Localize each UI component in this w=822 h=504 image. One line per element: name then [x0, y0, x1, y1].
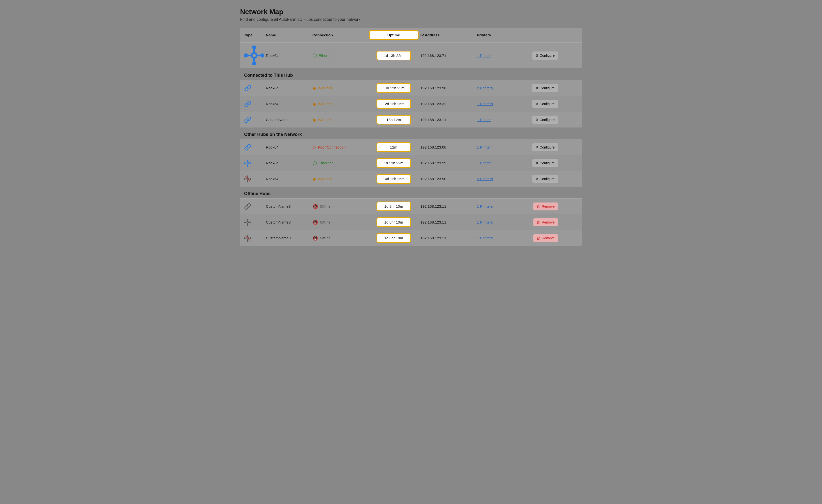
other-row-0-action: ⧉ Configure [519, 143, 558, 151]
other-row-2-connection: ◆ Wireless [313, 176, 367, 182]
main-hub-uptime-cell: 1d 13h 22m [369, 51, 419, 60]
offline-row-0-remove-button[interactable]: 🗑 Remove [533, 202, 558, 210]
type-icon-hub-off-2 [244, 176, 264, 182]
type-icon-offline-hub-1 [244, 219, 264, 226]
offline-row-1-uptime: 1d 8hr 10m [376, 217, 411, 227]
connected-row-1-ip: 192.168.123.32 [421, 102, 475, 106]
other-row-0-connection: ◇ Poor Connection [313, 145, 367, 150]
type-icon-offline-hub-off-2 [244, 235, 264, 242]
offline-row-0-conn-label: Offline [320, 204, 331, 208]
type-icon-link-1 [244, 101, 264, 107]
offline-row-0-name: CustomName3 [266, 204, 311, 208]
offline-row-1-name: CustomName3 [266, 220, 311, 224]
connected-row-1-conn-label: Wireless [318, 102, 332, 106]
col-name-header: Name [266, 33, 311, 37]
wireless-icon-1: ◆ [313, 101, 316, 107]
connected-row-2-printers[interactable]: 1 Printer [477, 118, 517, 122]
other-row-0-uptime-cell: 12m [369, 142, 419, 152]
offline-row-2-name: CustomName3 [266, 236, 311, 240]
main-hub-connection: ⬡ Ethernet [313, 52, 367, 58]
offline-row-2-conn-label: Offline [320, 236, 331, 240]
offline-row-1-remove-button[interactable]: 🗑 Remove [533, 218, 558, 226]
main-hub-printers[interactable]: 1 Printer [477, 53, 517, 58]
offline-icon-1: 📵 [313, 220, 318, 225]
other-row-1-printers[interactable]: 1 Printer [477, 161, 517, 165]
other-row-2-name: Rock64 [266, 177, 311, 181]
connected-row-1-printers[interactable]: 1 Printers [477, 102, 517, 106]
other-row-1-configure-button[interactable]: ⧉ Configure [532, 159, 558, 167]
offline-row-0-ip: 192.168.123.11 [421, 204, 475, 208]
connected-row-0-name: Rock64 [266, 86, 311, 90]
offline-row-2-printers[interactable]: 1 Printers [477, 236, 517, 240]
wireless-icon-2: ◆ [313, 117, 316, 123]
connected-row-1-uptime: 12d 12h 25m [376, 99, 411, 109]
offline-row-2-uptime: 1d 8hr 10m [376, 233, 411, 243]
poor-conn-icon: ◇ [313, 145, 316, 150]
offline-icon-0: 📵 [313, 204, 318, 209]
connected-row-0-conn-label: Wireless [318, 86, 332, 90]
col-ip-header: IP Address [421, 33, 475, 37]
offline-row-2-remove-button[interactable]: 🗑 Remove [533, 234, 558, 242]
connected-row-2-name: CustomName [266, 118, 311, 122]
remove-icon-1: 🗑 [537, 220, 540, 224]
offline-row-2-connection: 📵 Offline [313, 235, 367, 241]
other-row-1-conn-label: Ethernet [319, 161, 333, 165]
connected-row-2-uptime: 18h 12m [376, 115, 411, 125]
remove-icon-2: 🗑 [537, 236, 540, 240]
connected-row-1-configure-button[interactable]: ⧉ Configure [532, 100, 558, 108]
other-row-1-uptime-cell: 1d 13h 22m [369, 158, 419, 168]
configure-icon: ⧉ [536, 53, 538, 58]
offline-row-2-uptime-cell: 1d 8hr 10m [369, 233, 419, 243]
offline-row-0-printers[interactable]: 1 Printers [477, 204, 517, 208]
type-icon-offline-link-0 [244, 203, 264, 210]
main-hub-conn-label: Ethernet [319, 53, 333, 58]
configure-icon-other-1: ⧉ [536, 161, 538, 165]
offline-row-1-ip: 192.168.123.11 [421, 220, 475, 224]
main-hub-configure-button[interactable]: ⧉ Configure [532, 51, 558, 60]
other-row-2-conn-label: Wireless [318, 177, 332, 181]
connected-row-1: Rock64 ◆ Wireless 12d 12h 25m 192.168.12… [240, 96, 582, 112]
other-row-1-name: Rock64 [266, 161, 311, 165]
other-row-0-ip: 192.168.123.08 [421, 145, 475, 149]
offline-row-1-uptime-cell: 1d 8hr 10m [369, 217, 419, 227]
connected-row-0-uptime-cell: 14d 12h 25m [369, 83, 419, 93]
connected-row-0: Rock64 ◆ Wireless 14d 12h 25m 192.168.12… [240, 80, 582, 96]
offline-row-0-action: 🗑 Remove [519, 202, 558, 210]
col-type-header: Type [244, 33, 264, 37]
configure-icon-0: ⧉ [536, 86, 538, 90]
other-row-1-connection: ⬡ Ethernet [313, 160, 367, 166]
configure-icon-1: ⧉ [536, 102, 538, 106]
page-subtitle: Find and configure all AutoFarm 3D Hubs … [240, 17, 582, 22]
page-container: Network Map Find and configure all AutoF… [240, 8, 582, 246]
main-hub-action: ⧉ Configure [519, 51, 558, 60]
other-row-2-printers[interactable]: 2 Printers [477, 177, 517, 181]
ethernet-icon-1: ⬡ [313, 160, 317, 166]
other-section-header: Other Hubs on the Network [240, 127, 582, 139]
connected-row-0-connection: ◆ Wireless [313, 85, 367, 91]
connected-row-0-configure-button[interactable]: ⧉ Configure [532, 84, 558, 92]
col-connection-header: Connection [313, 33, 367, 37]
connected-row-1-connection: ◆ Wireless [313, 101, 367, 107]
other-row-1-ip: 192.168.123.29 [421, 161, 475, 165]
other-row-1-action: ⧉ Configure [519, 159, 558, 167]
col-uptime-header: Uptime [369, 30, 419, 40]
other-row-2-configure-button[interactable]: ⧉ Configure [532, 175, 558, 183]
connected-row-2-configure-button[interactable]: ⧉ Configure [532, 116, 558, 124]
offline-row-0-uptime: 1d 8hr 10m [376, 202, 411, 211]
offline-row-1-connection: 📵 Offline [313, 220, 367, 225]
other-row-0-printers[interactable]: 1 Printer [477, 145, 517, 149]
offline-row-2: CustomName3 📵 Offline 1d 8hr 10m 192.168… [240, 230, 582, 246]
other-row-1: Rock64 ⬡ Ethernet 1d 13h 22m 192.168.123… [240, 155, 582, 171]
other-row-0-uptime: 12m [376, 142, 411, 152]
connected-row-2: CustomName ◆ Wireless 18h 12m 192.168.12… [240, 112, 582, 127]
connected-row-2-uptime-cell: 18h 12m [369, 115, 419, 125]
remove-icon-0: 🗑 [537, 204, 540, 208]
connected-row-2-connection: ◆ Wireless [313, 117, 367, 123]
connected-row-0-printers[interactable]: 2 Printers [477, 86, 517, 90]
offline-section-header: Offline Hubs [240, 187, 582, 198]
network-table: Type Name Connection Uptime IP Address P… [240, 28, 582, 246]
main-hub-ip: 192.168.123.71 [421, 53, 475, 58]
offline-row-1-printers[interactable]: 1 Printers [477, 220, 517, 224]
other-row-0-configure-button[interactable]: ⧉ Configure [532, 143, 558, 151]
other-row-2-action: ⧉ Configure [519, 175, 558, 183]
